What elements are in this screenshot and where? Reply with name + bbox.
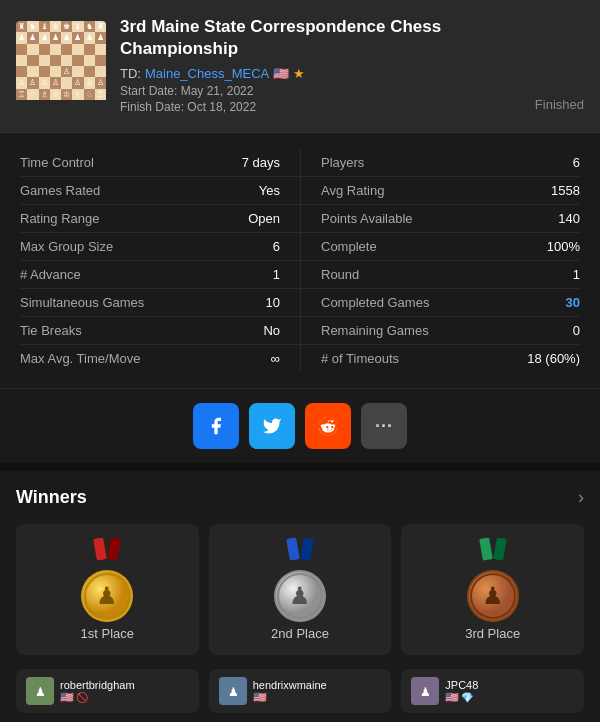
stat-label: # of Timeouts	[321, 351, 399, 366]
stat-value: Open	[248, 211, 280, 226]
stat-row: Avg Rating 1558	[300, 177, 580, 205]
stat-row: Remaining Games 0	[300, 317, 580, 345]
stat-value: ∞	[271, 351, 280, 366]
1st-place-label: 1st Place	[81, 626, 134, 641]
player-3-avatar: ♟	[411, 677, 439, 705]
player-card-1st[interactable]: ♟ robertbridgham 🇺🇸 🚫	[16, 669, 199, 713]
player-2-name: hendrixwmaine	[253, 679, 382, 691]
medal-card-1st[interactable]: ♟ 1st Place	[16, 524, 199, 655]
player-1-name: robertbridgham	[60, 679, 189, 691]
player-3-avatar-img: ♟	[411, 677, 439, 705]
player-3-name: JPC48	[445, 679, 574, 691]
player-2-avatar-img: ♟	[219, 677, 247, 705]
stat-label: Avg Rating	[321, 183, 384, 198]
player-3-flag: 🇺🇸	[445, 691, 459, 704]
td-line: TD: Maine_Chess_MECA 🇺🇸 ★	[120, 66, 521, 81]
medal-card-2nd[interactable]: ♟ 2nd Place	[209, 524, 392, 655]
player-1-flag: 🇺🇸	[60, 691, 74, 704]
stat-label: Round	[321, 267, 359, 282]
player-1-icon: 🚫	[76, 692, 88, 703]
stat-value: 1558	[551, 183, 580, 198]
svg-rect-8	[300, 538, 314, 561]
stat-row: Simultaneous Games 10	[20, 289, 300, 317]
finish-date: Finish Date: Oct 18, 2022	[120, 100, 521, 114]
stat-label: # Advance	[20, 267, 81, 282]
td-username[interactable]: Maine_Chess_MECA	[145, 66, 269, 81]
3rd-place-label: 3rd Place	[465, 626, 520, 641]
stat-value: 7 days	[242, 155, 280, 170]
player-3-flags: 🇺🇸 💎	[445, 691, 574, 704]
player-card-3rd[interactable]: ♟ JPC48 🇺🇸 💎	[401, 669, 584, 713]
stat-value: 10	[266, 295, 280, 310]
stats-grid: Time Control 7 days Games Rated Yes Rati…	[20, 149, 580, 372]
svg-text:♟: ♟	[96, 582, 118, 609]
gold-medal-svg: ♟	[67, 538, 147, 623]
chess-board-thumbnail: ♜ ♞ ♝ ♛ ♚ ♝ ♞ ♜ ♟ ♟ ♟ ♟ ♟ ♟ ♟ ♟ ♙	[16, 21, 106, 111]
player-3-gem-icon: 💎	[461, 692, 473, 703]
stats-right-col: Players 6 Avg Rating 1558 Points Availab…	[300, 149, 580, 372]
medals-row: ♟ 1st Place	[16, 524, 584, 655]
svg-rect-7	[286, 538, 300, 561]
twitter-button[interactable]	[249, 403, 295, 449]
stat-value: 140	[558, 211, 580, 226]
facebook-button[interactable]	[193, 403, 239, 449]
stat-value: 6	[273, 239, 280, 254]
player-2-flag: 🇺🇸	[253, 691, 267, 704]
tournament-header: ♜ ♞ ♝ ♛ ♚ ♝ ♞ ♜ ♟ ♟ ♟ ♟ ♟ ♟ ♟ ♟ ♙	[0, 0, 600, 133]
svg-rect-1	[93, 538, 107, 561]
stat-row: Max Avg. Time/Move ∞	[20, 345, 300, 372]
stat-value: 6	[573, 155, 580, 170]
td-flag: 🇺🇸	[273, 66, 289, 81]
player-1-avatar-img: ♟	[26, 677, 54, 705]
tournament-title: 3rd Maine State Correspondence Chess Cha…	[120, 16, 521, 60]
more-dots: ···	[375, 416, 393, 437]
stat-row: Round 1	[300, 261, 580, 289]
stat-value: 1	[573, 267, 580, 282]
stat-row: Games Rated Yes	[20, 177, 300, 205]
silver-medal-image: ♟	[260, 538, 340, 618]
stat-label: Points Available	[321, 211, 413, 226]
stat-value: No	[263, 323, 280, 338]
stat-label: Simultaneous Games	[20, 295, 144, 310]
player-1-flags: 🇺🇸 🚫	[60, 691, 189, 704]
2nd-place-label: 2nd Place	[271, 626, 329, 641]
player-2-avatar: ♟	[219, 677, 247, 705]
social-section: ···	[0, 389, 600, 471]
facebook-icon	[206, 416, 226, 436]
td-label: TD:	[120, 66, 141, 81]
stat-row: Players 6	[300, 149, 580, 177]
stat-label: Remaining Games	[321, 323, 429, 338]
stats-left-col: Time Control 7 days Games Rated Yes Rati…	[20, 149, 300, 372]
player-1-avatar: ♟	[26, 677, 54, 705]
stat-value: 0	[573, 323, 580, 338]
players-row: ♟ robertbridgham 🇺🇸 🚫 ♟ hendrixwmaine	[16, 669, 584, 713]
svg-text:♟: ♟	[227, 685, 238, 699]
gold-medal-image: ♟	[67, 538, 147, 618]
stat-label: Time Control	[20, 155, 94, 170]
stat-label: Max Avg. Time/Move	[20, 351, 140, 366]
reddit-button[interactable]	[305, 403, 351, 449]
player-card-2nd[interactable]: ♟ hendrixwmaine 🇺🇸	[209, 669, 392, 713]
bronze-medal-image: ♟	[453, 538, 533, 618]
stat-row: Points Available 140	[300, 205, 580, 233]
svg-text:♟: ♟	[482, 582, 504, 609]
stat-label: Completed Games	[321, 295, 429, 310]
header-right: Finished	[535, 16, 584, 116]
start-date: Start Date: May 21, 2022	[120, 84, 521, 98]
stat-row: # Advance 1	[20, 261, 300, 289]
stat-value: Yes	[259, 183, 280, 198]
medal-card-3rd[interactable]: ♟ 3rd Place	[401, 524, 584, 655]
stat-value: 18 (60%)	[527, 351, 580, 366]
more-button[interactable]: ···	[361, 403, 407, 449]
svg-text:♟: ♟	[289, 582, 311, 609]
svg-text:♟: ♟	[420, 685, 431, 699]
svg-rect-14	[493, 538, 507, 561]
tournament-info: 3rd Maine State Correspondence Chess Cha…	[120, 16, 521, 116]
status-badge: Finished	[535, 97, 584, 114]
svg-rect-13	[479, 538, 493, 561]
stat-value: 1	[273, 267, 280, 282]
td-star: ★	[293, 66, 305, 81]
stat-label: Max Group Size	[20, 239, 113, 254]
winners-chevron-icon[interactable]: ›	[578, 487, 584, 508]
stat-label: Rating Range	[20, 211, 100, 226]
